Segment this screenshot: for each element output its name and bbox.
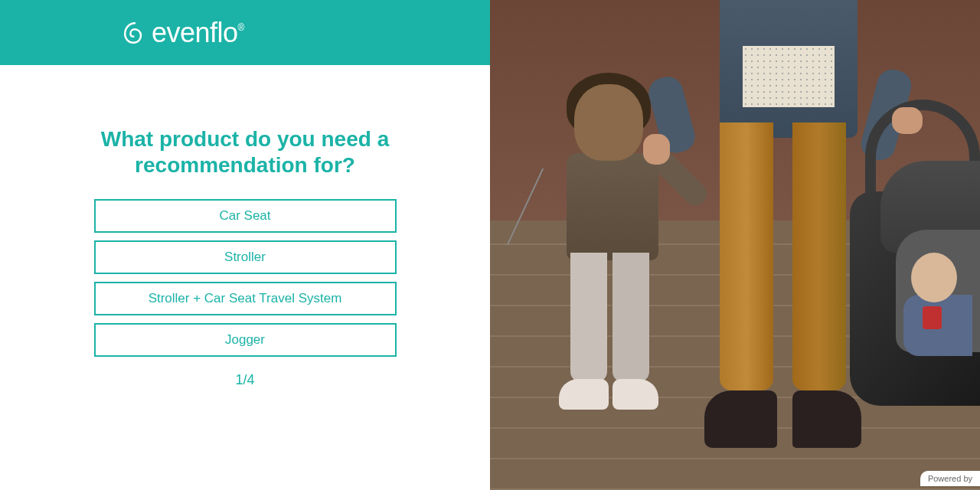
option-travel-system[interactable]: Stroller + Car Seat Travel System [94, 282, 397, 315]
option-stroller[interactable]: Stroller [94, 240, 397, 274]
option-car-seat[interactable]: Car Seat [94, 199, 397, 233]
left-panel: evenflo® What product do you need a reco… [0, 0, 490, 490]
quiz-content: What product do you need a recommendatio… [0, 65, 490, 490]
option-jogger[interactable]: Jogger [94, 323, 397, 357]
hero-image: Powered by [490, 0, 980, 490]
evenflo-logo-icon [122, 21, 147, 45]
header: evenflo® [0, 0, 490, 65]
brand-logo[interactable]: evenflo® [122, 17, 244, 49]
powered-by-badge[interactable]: Powered by [920, 471, 980, 486]
quiz-question: What product do you need a recommendatio… [61, 126, 429, 178]
quiz-options: Car Seat Stroller Stroller + Car Seat Tr… [94, 199, 397, 357]
quiz-progress: 1/4 [235, 372, 254, 388]
brand-name: evenflo® [152, 17, 244, 49]
